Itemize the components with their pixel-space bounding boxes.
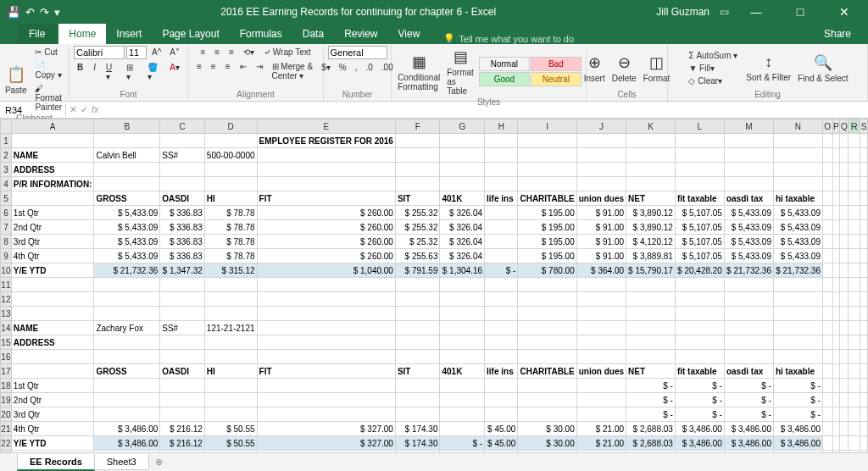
cell[interactable] — [822, 148, 832, 163]
cell[interactable] — [675, 350, 724, 364]
col-header[interactable]: L — [675, 119, 724, 134]
row-header[interactable]: 4 — [1, 177, 12, 191]
cell[interactable] — [849, 422, 860, 436]
delete-cells-button[interactable]: ⊖Delete — [610, 52, 638, 85]
cell[interactable]: $ 3,486.00 — [675, 436, 724, 451]
cell[interactable] — [626, 292, 676, 307]
cell[interactable] — [160, 177, 205, 191]
cell[interactable] — [724, 177, 773, 191]
cell[interactable] — [160, 350, 205, 364]
cell[interactable]: $ 78.78 — [204, 249, 257, 263]
cell[interactable]: $ 21,732.36 — [94, 263, 160, 278]
fx-icon[interactable]: fx — [92, 104, 99, 115]
cell[interactable]: $ 260.00 — [257, 206, 395, 220]
cell[interactable]: NAME — [11, 148, 94, 163]
cell[interactable] — [576, 177, 626, 191]
cell[interactable] — [822, 335, 832, 350]
cell[interactable] — [832, 148, 840, 163]
close-icon[interactable]: ✕ — [827, 5, 861, 19]
cell[interactable] — [832, 278, 840, 292]
col-header[interactable]: I — [518, 119, 576, 134]
cell[interactable]: life ins — [485, 364, 518, 379]
cell[interactable] — [849, 278, 860, 292]
col-header[interactable]: Q — [840, 119, 849, 134]
cell[interactable]: $ 30.00 — [518, 436, 576, 451]
cell[interactable]: $ 3,486.00 — [94, 436, 160, 451]
cell[interactable] — [11, 292, 94, 307]
align-top-icon[interactable]: ≡ — [198, 46, 209, 58]
cell[interactable] — [485, 163, 518, 177]
cell[interactable] — [822, 249, 832, 263]
fill-color-button[interactable]: 🪣▾ — [144, 61, 163, 83]
underline-button[interactable]: U ▾ — [103, 61, 120, 83]
cell[interactable]: $ 91.00 — [576, 235, 626, 249]
cell[interactable]: $ 5,107.05 — [675, 235, 724, 249]
grow-font-icon[interactable]: A^ — [148, 46, 164, 59]
cell[interactable]: $ 2,688.03 — [626, 436, 676, 451]
cell[interactable] — [257, 350, 395, 364]
cell[interactable] — [440, 163, 485, 177]
cell[interactable] — [94, 407, 160, 422]
fill-button[interactable]: ▼ Fill▾ — [685, 62, 741, 75]
cell[interactable] — [395, 451, 440, 453]
col-header[interactable]: A — [11, 119, 94, 134]
cell[interactable] — [94, 350, 160, 364]
cell[interactable] — [204, 379, 257, 393]
cell[interactable] — [832, 235, 840, 249]
cell[interactable]: $ 327.00 — [257, 422, 395, 436]
cell[interactable] — [395, 321, 440, 335]
cell[interactable] — [395, 163, 440, 177]
cell[interactable] — [518, 393, 576, 407]
cell[interactable] — [518, 292, 576, 307]
cell[interactable]: $ 78.78 — [204, 206, 257, 220]
cell[interactable] — [485, 148, 518, 163]
cell[interactable]: FIT — [257, 191, 395, 206]
grid-area[interactable]: ABCDEFGHIJKLMNOPQRS1EMPLOYEE REGISTER FO… — [0, 119, 868, 452]
cell[interactable]: $ - — [773, 393, 822, 407]
cell[interactable] — [94, 451, 160, 453]
cell[interactable] — [822, 307, 832, 321]
cell[interactable]: SIT — [395, 191, 440, 206]
cell[interactable] — [840, 364, 849, 379]
cell[interactable]: $ 326.04 — [440, 249, 485, 263]
cell[interactable]: oasdi tax — [724, 364, 773, 379]
cell[interactable] — [840, 249, 849, 263]
cell[interactable]: P/R INFORMATION: — [11, 177, 94, 191]
cell[interactable] — [160, 163, 205, 177]
cell[interactable] — [832, 379, 840, 393]
cell[interactable] — [94, 292, 160, 307]
cell[interactable] — [440, 177, 485, 191]
cell[interactable] — [832, 220, 840, 235]
cell[interactable] — [724, 451, 773, 453]
cell[interactable] — [724, 134, 773, 148]
style-neutral[interactable]: Neutral — [531, 72, 581, 86]
cell[interactable] — [822, 177, 832, 191]
cell[interactable]: CHARITABLE — [518, 364, 576, 379]
cell[interactable] — [860, 163, 868, 177]
cell[interactable] — [440, 278, 485, 292]
cell[interactable]: SS# — [160, 148, 205, 163]
cell[interactable]: $ - — [724, 379, 773, 393]
cell[interactable] — [576, 148, 626, 163]
cell[interactable] — [11, 350, 94, 364]
cell[interactable] — [576, 134, 626, 148]
cell[interactable] — [832, 307, 840, 321]
cell[interactable]: $ - — [773, 379, 822, 393]
conditional-formatting-button[interactable]: ▦Conditional Formatting — [396, 51, 442, 93]
cell[interactable]: $ 5,433.09 — [773, 220, 822, 235]
cell[interactable]: 401K — [440, 191, 485, 206]
cell[interactable] — [840, 393, 849, 407]
cell[interactable] — [849, 436, 860, 451]
cell[interactable] — [849, 335, 860, 350]
col-header[interactable]: N — [773, 119, 822, 134]
cell[interactable] — [849, 379, 860, 393]
cell[interactable] — [773, 451, 822, 453]
cell[interactable] — [160, 379, 205, 393]
cell[interactable]: OASDI — [160, 191, 205, 206]
cell[interactable] — [840, 206, 849, 220]
cell[interactable] — [724, 307, 773, 321]
cell[interactable] — [822, 292, 832, 307]
cell[interactable] — [822, 321, 832, 335]
cell[interactable] — [395, 307, 440, 321]
cell[interactable]: $ 3,486.00 — [94, 422, 160, 436]
